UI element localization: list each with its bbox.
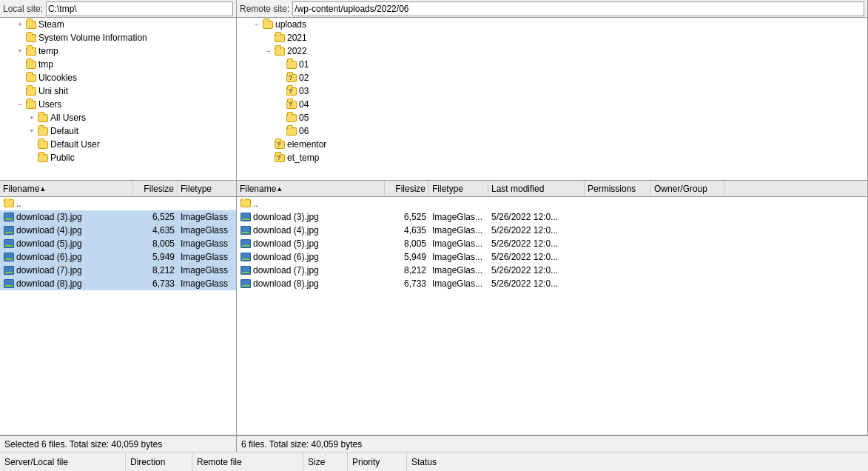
local-file-row[interactable]: download (6).jpg5,949ImageGlass bbox=[0, 250, 236, 264]
local-file-row[interactable]: download (5).jpg8,005ImageGlass bbox=[0, 237, 236, 250]
tree-expander[interactable] bbox=[27, 153, 37, 163]
tree-expander[interactable] bbox=[263, 33, 274, 43]
local-tree-item[interactable]: Public bbox=[0, 151, 236, 164]
remote-tree-item[interactable]: et_temp bbox=[237, 151, 867, 164]
remote-file-type-cell: ImageGlas... bbox=[429, 265, 488, 275]
tree-expander[interactable]: − bbox=[252, 19, 262, 30]
tree-expander[interactable]: + bbox=[27, 113, 37, 123]
tree-expander[interactable] bbox=[263, 153, 274, 163]
remote-tree-item[interactable]: 06 bbox=[237, 124, 867, 138]
tree-expander[interactable] bbox=[15, 59, 25, 70]
tree-expander[interactable]: + bbox=[15, 19, 25, 30]
parent-folder-icon bbox=[240, 198, 252, 209]
remote-tree-item[interactable]: 2021 bbox=[237, 31, 867, 44]
main-container: Local site: Remote site: +SteamSystem Vo… bbox=[0, 0, 868, 471]
file-type-cell: ImageGlass bbox=[178, 225, 236, 236]
tree-expander[interactable]: + bbox=[27, 126, 37, 136]
remote-tree-item[interactable]: 05 bbox=[237, 111, 867, 124]
local-tree-pane[interactable]: +SteamSystem Volume Information+temptmpU… bbox=[0, 18, 236, 181]
remote-tree-item[interactable]: −2022 bbox=[237, 44, 867, 58]
remote-file-list-body[interactable]: ..download (3).jpg6,525ImageGlas...5/26/… bbox=[237, 197, 867, 435]
local-file-row[interactable]: download (4).jpg4,635ImageGlass bbox=[0, 224, 236, 237]
tree-expander[interactable] bbox=[15, 73, 25, 83]
remote-tree-item[interactable]: 01 bbox=[237, 58, 867, 71]
remote-file-row[interactable]: download (5).jpg8,005ImageGlas...5/26/20… bbox=[237, 237, 867, 250]
parent-folder-icon bbox=[3, 198, 15, 209]
queue-size-label: Size bbox=[308, 457, 325, 467]
local-file-row[interactable]: download (7).jpg8,212ImageGlass bbox=[0, 264, 236, 277]
local-tree-item[interactable]: Uni shit bbox=[0, 84, 236, 98]
remote-file-row[interactable]: download (4).jpg4,635ImageGlas...5/26/20… bbox=[237, 224, 867, 237]
file-type-cell: ImageGlass bbox=[178, 252, 236, 262]
tree-expander[interactable]: + bbox=[15, 46, 25, 56]
local-tree-item[interactable]: +Steam bbox=[0, 18, 236, 31]
tree-expander[interactable] bbox=[275, 59, 286, 70]
queue-col-size: Size bbox=[303, 452, 348, 471]
folder-icon bbox=[25, 86, 37, 96]
local-status-text: Selected 6 files. Total size: 40,059 byt… bbox=[4, 439, 162, 450]
local-tree-item[interactable]: Default User bbox=[0, 138, 236, 151]
local-tree-item[interactable]: −Users bbox=[0, 98, 236, 111]
remote-col-owner[interactable]: Owner/Group bbox=[651, 181, 725, 196]
remote-file-row[interactable]: .. bbox=[237, 197, 867, 210]
remote-tree-item[interactable]: 03 bbox=[237, 84, 867, 98]
file-size-cell: 4,635 bbox=[133, 225, 178, 236]
local-file-row[interactable]: download (8).jpg6,733ImageGlass bbox=[0, 277, 236, 290]
remote-col-perms[interactable]: Permissions bbox=[585, 181, 651, 196]
remote-tree-item[interactable]: 02 bbox=[237, 71, 867, 84]
remote-file-lastmod-cell: 5/26/2022 12:0... bbox=[488, 265, 585, 275]
local-tree-item[interactable]: Ulcookies bbox=[0, 71, 236, 84]
queue-col-server: Server/Local file bbox=[0, 452, 126, 471]
local-tree-item[interactable]: +temp bbox=[0, 44, 236, 58]
remote-col-filetype[interactable]: Filetype bbox=[429, 181, 488, 196]
remote-file-row[interactable]: download (8).jpg6,733ImageGlas...5/26/20… bbox=[237, 277, 867, 290]
remote-file-lastmod-cell: 5/26/2022 12:0... bbox=[488, 238, 585, 249]
local-file-list-body[interactable]: ..download (3).jpg6,525ImageGlassdownloa… bbox=[0, 197, 236, 435]
folder-icon bbox=[286, 86, 297, 96]
remote-tree-item[interactable]: 04 bbox=[237, 98, 867, 111]
local-tree-item[interactable]: tmp bbox=[0, 58, 236, 71]
local-site-input[interactable] bbox=[46, 1, 233, 16]
tree-item-label: Steam bbox=[38, 19, 64, 30]
file-name-cell: download (8).jpg bbox=[0, 278, 133, 289]
remote-tree-item[interactable]: elementor bbox=[237, 138, 867, 151]
queue-server-label: Server/Local file bbox=[4, 457, 68, 467]
tree-expander[interactable] bbox=[275, 99, 286, 110]
file-icon bbox=[240, 278, 252, 289]
tree-item-label: 04 bbox=[299, 99, 309, 110]
tree-expander[interactable] bbox=[15, 33, 25, 43]
remote-site-input[interactable] bbox=[292, 1, 864, 16]
local-col-filesize[interactable]: Filesize bbox=[133, 181, 178, 196]
remote-file-row[interactable]: download (3).jpg6,525ImageGlas...5/26/20… bbox=[237, 210, 867, 224]
tree-expander[interactable]: − bbox=[263, 46, 274, 56]
remote-status-text: 6 files. Total size: 40,059 bytes bbox=[241, 439, 362, 450]
tree-expander[interactable] bbox=[275, 126, 286, 136]
local-file-row[interactable]: .. bbox=[0, 197, 236, 210]
remote-col-filename[interactable]: Filename bbox=[237, 181, 385, 196]
tree-expander[interactable] bbox=[263, 139, 274, 150]
remote-status-bar: 6 files. Total size: 40,059 bytes bbox=[237, 435, 868, 452]
tree-expander[interactable] bbox=[27, 139, 37, 150]
remote-col-filesize[interactable]: Filesize bbox=[385, 181, 429, 196]
tree-expander[interactable] bbox=[15, 86, 25, 96]
remote-file-type-cell: ImageGlas... bbox=[429, 212, 488, 222]
remote-tree-pane[interactable]: −uploads2021−2022010203040506elementoret… bbox=[237, 18, 867, 181]
local-file-row[interactable]: download (3).jpg6,525ImageGlass bbox=[0, 210, 236, 224]
remote-file-row[interactable]: download (7).jpg8,212ImageGlas...5/26/20… bbox=[237, 264, 867, 277]
folder-icon bbox=[274, 46, 286, 56]
tree-expander[interactable]: − bbox=[15, 99, 25, 110]
local-col-filename[interactable]: Filename bbox=[0, 181, 133, 196]
tree-expander[interactable] bbox=[275, 113, 286, 123]
remote-tree-item[interactable]: −uploads bbox=[237, 18, 867, 31]
folder-icon bbox=[25, 73, 37, 83]
file-type-cell: ImageGlass bbox=[178, 238, 236, 249]
remote-col-lastmod[interactable]: Last modified bbox=[488, 181, 585, 196]
local-tree-item[interactable]: +Default bbox=[0, 124, 236, 138]
local-col-filetype[interactable]: Filetype bbox=[178, 181, 237, 196]
folder-icon bbox=[25, 33, 37, 43]
local-tree-item[interactable]: +All Users bbox=[0, 111, 236, 124]
remote-file-row[interactable]: download (6).jpg5,949ImageGlas...5/26/20… bbox=[237, 250, 867, 264]
tree-expander[interactable] bbox=[275, 86, 286, 96]
tree-expander[interactable] bbox=[275, 73, 286, 83]
local-tree-item[interactable]: System Volume Information bbox=[0, 31, 236, 44]
